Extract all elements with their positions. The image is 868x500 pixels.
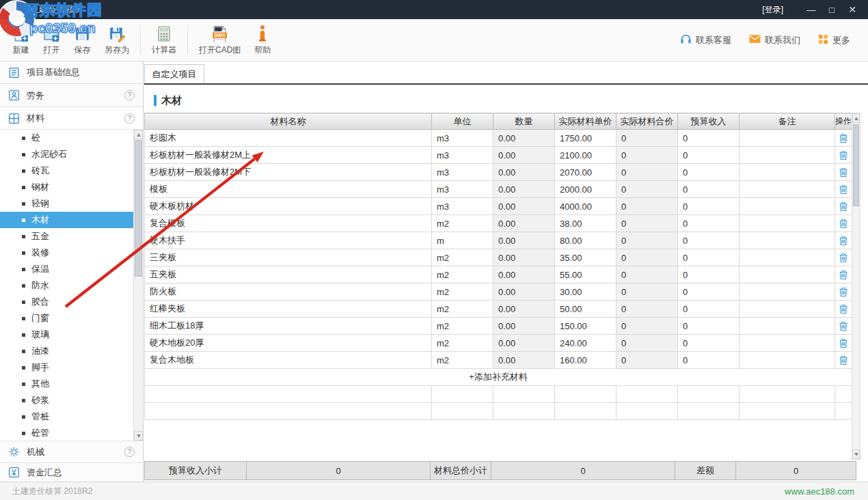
empty-cell[interactable] [432,386,493,403]
empty-cell[interactable] [740,403,835,420]
delete-row-button[interactable] [837,354,850,366]
scrollbar-thumb[interactable] [853,124,859,206]
cell-unit[interactable]: m2 [432,283,493,301]
delete-row-button[interactable] [837,251,850,264]
cell-note[interactable] [740,335,835,352]
cell-unit[interactable]: m [432,232,493,249]
cell-unit[interactable]: m2 [432,215,493,232]
cell-note[interactable] [740,215,835,232]
delete-row-button[interactable] [837,166,850,178]
sidebar-material-item[interactable]: 砖瓦 [0,163,143,179]
cell-unit[interactable]: m3 [432,164,493,181]
cell-unit-price[interactable]: 1750.00 [555,130,616,147]
cell-material-name[interactable]: 杉板枋材一般装修材2M下 [145,164,432,181]
cell-unit[interactable]: m3 [432,147,493,164]
cell-budget-income[interactable]: 0 [678,318,740,335]
cell-budget-income[interactable]: 0 [678,249,740,266]
cell-budget-income[interactable]: 0 [678,215,740,232]
delete-row-button[interactable] [837,200,850,212]
sidebar-material-item[interactable]: 胶合 [0,294,143,310]
minimize-button[interactable]: — [801,1,822,18]
sidebar-material-item[interactable]: 其他 [0,376,143,392]
cell-unit-price[interactable]: 2000.00 [555,181,616,198]
sidebar-material-item[interactable]: 轻钢 [0,195,143,212]
cell-unit[interactable]: m3 [432,130,493,147]
empty-cell[interactable] [145,403,432,420]
sidebar-material-item[interactable]: 砂浆 [0,392,143,408]
cell-unit[interactable]: m3 [432,181,493,198]
open-button[interactable]: 打开 [36,24,67,56]
cell-quantity[interactable]: 0.00 [493,164,555,181]
scroll-up-icon[interactable] [852,113,860,123]
new-button[interactable]: 新建 [5,24,36,56]
empty-cell[interactable] [835,386,852,403]
cell-note[interactable] [740,181,835,198]
cell-budget-income[interactable]: 0 [678,301,740,318]
cell-quantity[interactable]: 0.00 [493,181,555,198]
delete-row-button[interactable] [837,320,850,332]
calculator-button[interactable]: 计算器 [145,24,183,56]
empty-cell[interactable] [555,403,616,420]
contact-support-button[interactable]: 联系客服 [680,33,731,46]
cell-unit[interactable]: m3 [432,198,493,215]
save-button[interactable]: 保存 [67,24,98,56]
empty-cell[interactable] [740,386,835,403]
empty-cell[interactable] [555,386,616,403]
delete-row-button[interactable] [837,132,850,144]
help-button[interactable]: 帮助 [247,24,277,56]
cell-quantity[interactable]: 0.00 [493,130,555,147]
sidebar-material-item[interactable]: 装修 [0,245,143,261]
cell-material-name[interactable]: 红榉夹板 [145,301,432,318]
cell-budget-income[interactable]: 0 [678,283,740,301]
scroll-down-icon[interactable] [852,449,860,459]
cell-unit-price[interactable]: 2070.00 [555,164,616,181]
cell-material-name[interactable]: 五夹板 [145,266,432,283]
cell-quantity[interactable]: 0.00 [493,232,555,249]
cell-quantity[interactable]: 0.00 [493,266,555,283]
cell-budget-income[interactable]: 0 [678,352,740,369]
add-material-button[interactable]: +添加补充材料 [145,369,852,386]
save-as-button[interactable]: 另存为 [98,24,136,56]
cell-quantity[interactable]: 0.00 [493,215,555,232]
cell-quantity[interactable]: 0.00 [493,301,555,318]
cell-unit-price[interactable]: 80.00 [555,232,616,249]
cell-budget-income[interactable]: 0 [678,147,740,164]
maximize-button[interactable]: □ [822,1,842,18]
sidebar-material-item[interactable]: 五金 [0,228,143,245]
cell-material-name[interactable]: 复合木地板 [145,352,432,369]
cell-material-name[interactable]: 硬木扶手 [145,232,432,249]
cell-note[interactable] [740,301,835,318]
scroll-down-icon[interactable] [134,431,143,441]
cell-budget-income[interactable]: 0 [678,164,740,181]
empty-cell[interactable] [616,403,678,420]
cell-budget-income[interactable]: 0 [678,181,740,198]
empty-cell[interactable] [678,386,740,403]
sidebar-material-item[interactable]: 砼 [0,130,143,146]
cell-unit-price[interactable]: 50.00 [555,301,616,318]
cell-note[interactable] [740,232,835,249]
sidebar-material-item[interactable]: 脚手 [0,359,143,376]
cell-material-name[interactable]: 杉圆木 [145,130,432,147]
sidebar-item-funds[interactable]: 资金汇总 [0,463,143,482]
cell-material-name[interactable]: 防火板 [145,283,432,301]
table-scrollbar[interactable] [852,113,860,460]
cell-quantity[interactable]: 0.00 [493,335,555,352]
empty-cell[interactable] [493,386,555,403]
sidebar-material-item[interactable]: 砼管 [0,425,143,441]
cell-note[interactable] [740,283,835,301]
cell-material-name[interactable]: 模板 [145,181,432,198]
website-link[interactable]: www.aec188.com [785,486,854,497]
delete-row-button[interactable] [837,183,850,195]
delete-row-button[interactable] [837,303,850,315]
cell-budget-income[interactable]: 0 [678,198,740,215]
sidebar-material-item[interactable]: 油漆 [0,343,143,359]
close-button[interactable]: ✕ [842,1,863,18]
delete-row-button[interactable] [837,149,850,161]
empty-cell[interactable] [493,403,555,420]
sidebar-material-item[interactable]: 管桩 [0,408,143,425]
cell-unit[interactable]: m2 [432,318,493,335]
cell-note[interactable] [740,352,835,369]
cell-note[interactable] [740,147,835,164]
empty-cell[interactable] [432,403,493,420]
cell-material-name[interactable]: 细木工板18厚 [145,318,432,335]
